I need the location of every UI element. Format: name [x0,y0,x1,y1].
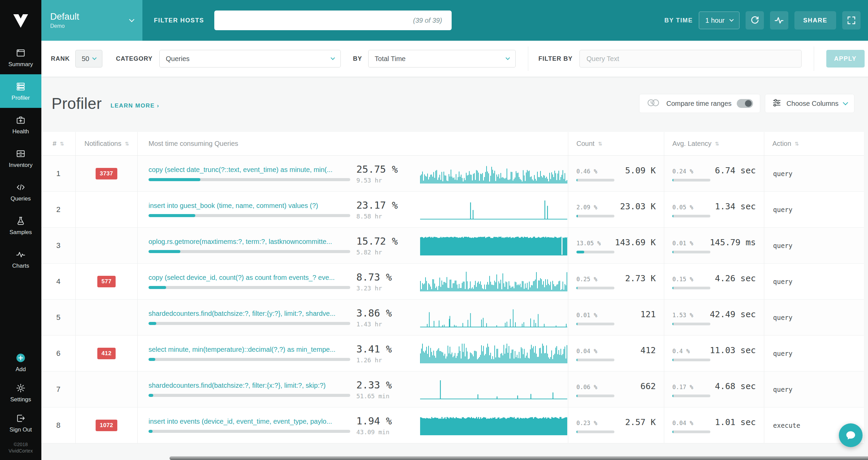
total-time-percent: 15.72 % [356,235,413,247]
time-range-selector[interactable]: 1 hour [699,12,739,29]
sparkline-chart[interactable] [420,308,567,327]
count-bar-track [576,395,614,397]
environment-selector[interactable]: Default Demo [41,0,142,41]
choose-columns-label: Choose Columns [787,100,839,108]
sidebar-item-sign-out[interactable]: Sign Out [0,408,41,438]
sparkline-chart[interactable] [420,164,567,184]
latency-bar-fill [672,359,673,361]
latency-value: 4.68 sec [715,381,756,391]
share-button[interactable]: SHARE [794,11,836,30]
table-row[interactable]: 2 insert into guest_book (time, name, co… [41,192,864,228]
chevron-down-icon [92,56,97,60]
choose-columns[interactable]: Choose Columns [765,94,854,113]
notification-badge[interactable]: 577 [97,276,116,287]
column-header-notifications[interactable]: Notifications ⇅ [75,132,137,155]
column-header-rank[interactable]: # ⇅ [41,132,75,155]
total-time-value: 51.65 min [356,392,413,400]
table-row[interactable]: 5 shardedcounters.find(batchsize:?, filt… [41,300,864,336]
activity-icon [774,15,784,25]
filter-hosts-input[interactable] [214,11,452,30]
compare-toggle[interactable] [737,99,753,108]
latency-percent: 0.01 % [672,240,693,247]
by-select[interactable]: Total Time [368,50,516,68]
column-header-latency[interactable]: Avg. Latency ⇅ [664,132,764,155]
sparkline-chart[interactable] [420,344,567,363]
chat-launcher-button[interactable] [839,423,863,447]
sidebar-item-queries[interactable]: Queries [0,175,41,209]
query-progress-fill [149,214,195,217]
query-link[interactable]: copy (select device_id, count(?) as coun… [149,274,350,282]
table-row[interactable]: 4 577 copy (select device_id, count(?) a… [41,264,864,300]
column-header-queries: Most time consuming Queries [137,132,568,155]
refresh-button[interactable] [746,11,764,30]
sidebar-item-health[interactable]: Health [0,108,41,141]
sidebar-item-charts[interactable]: Charts [0,242,41,276]
samples-icon [16,216,26,226]
sliders-icon [772,98,782,109]
table-row[interactable]: 6 412 select minute, min(temperature)::d… [41,336,864,371]
fullscreen-button[interactable] [842,11,861,30]
sparkline-chart[interactable] [420,380,567,399]
learn-more-link[interactable]: LEARN MORE › [111,102,159,109]
latency-percent: 0.4 % [672,348,690,354]
copyright: ©2018VividCortex [0,438,41,457]
notification-badge[interactable]: 1072 [96,420,117,431]
query-link[interactable]: copy (select date_trunc(?::text, event_t… [149,166,350,174]
apply-button[interactable]: APPLY [826,50,865,68]
column-header-action[interactable]: Action ⇅ [764,132,864,155]
query-text-input[interactable] [579,50,802,68]
sidebar-item-summary[interactable]: Summary [0,41,41,74]
sidebar-item-profiler[interactable]: Profiler [0,74,41,108]
latency-bar-track [672,430,710,433]
count-bar-track [576,287,614,289]
sidebar-item-inventory[interactable]: Inventory [0,141,41,175]
compare-time-ranges[interactable]: Compare time ranges [639,94,760,113]
queries-icon [16,182,26,192]
rank-select[interactable]: 50 [75,50,102,68]
table-row[interactable]: 7 shardedcounters.find(batchsize:?, filt… [41,371,864,407]
vividcortex-logo[interactable] [0,0,41,41]
column-header-count[interactable]: Count ⇅ [568,132,664,155]
latency-bar-track [672,179,710,181]
query-link[interactable]: insert into guest_book (time, name, comm… [149,202,350,210]
count-bar-fill [576,323,577,325]
query-link[interactable]: oplog.rs.getmore(maxtimems:?, term:?, la… [149,238,350,246]
category-select[interactable]: Queries [159,50,341,68]
query-progress-track [149,286,350,289]
query-link[interactable]: select minute, min(temperature)::decimal… [149,346,350,353]
table-row[interactable]: 8 1072 insert into events (device_id, ev… [41,407,864,443]
sparkline-chart[interactable] [420,272,567,291]
query-link[interactable]: shardedcounters.find(batchsize:?, filter… [149,382,350,389]
sidebar-item-add[interactable]: Add [0,347,41,378]
sparkline-chart[interactable] [420,416,567,435]
total-time-value: 8.58 hr [356,213,413,220]
environment-name: Default [50,12,79,22]
latency-bar-track [672,215,710,217]
count-bar-fill [576,179,577,181]
count-bar-fill [576,251,584,253]
notification-badge[interactable]: 412 [97,348,116,359]
total-time-value: 5.82 hr [356,249,413,256]
charts-icon [16,249,26,260]
sparkline-chart[interactable] [420,236,567,255]
latency-bar-track [672,323,710,325]
notification-badge[interactable]: 3737 [96,168,117,179]
add-icon [16,353,26,363]
table-row[interactable]: 3 oplog.rs.getmore(maxtimems:?, term:?, … [41,228,864,264]
activity-button[interactable] [770,11,788,30]
query-link[interactable]: insert into events (device_id, event_tim… [149,418,350,425]
latency-value: 11.03 sec [710,345,756,355]
horizontal-scrollbar[interactable] [170,456,868,460]
table-row[interactable]: 1 3737 copy (select date_trunc(?::text, … [41,156,864,192]
count-percent: 0.46 % [576,168,597,175]
sort-icon: ⇅ [715,141,719,147]
latency-percent: 0.04 % [672,420,693,426]
divider [814,46,814,71]
query-progress-track [149,214,350,217]
query-progress-track [149,250,350,253]
sidebar-item-settings[interactable]: Settings [0,378,41,408]
sparkline-chart[interactable] [420,200,567,219]
query-link[interactable]: shardedcounters.find(batchsize:?, filter… [149,310,350,318]
sidebar-item-samples[interactable]: Samples [0,209,41,242]
latency-bar-track [672,359,710,361]
